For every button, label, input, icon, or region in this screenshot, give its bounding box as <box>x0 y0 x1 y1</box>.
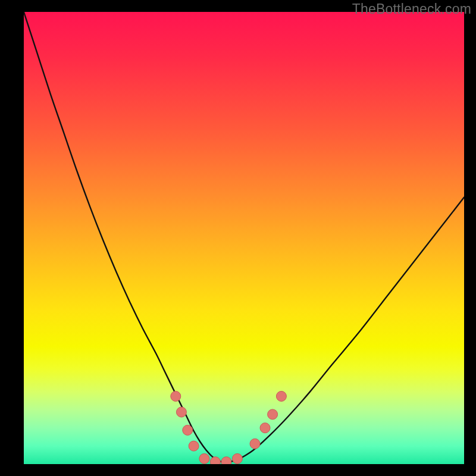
chart-plot-area <box>24 12 464 464</box>
data-marker <box>260 423 270 433</box>
data-marker <box>189 441 199 451</box>
data-marker <box>276 392 286 402</box>
data-marker <box>221 457 231 464</box>
data-marker <box>199 453 209 464</box>
watermark-text: TheBottleneck.com <box>352 1 471 17</box>
data-marker <box>210 457 220 464</box>
marker-group <box>171 392 287 465</box>
data-marker <box>171 392 181 402</box>
data-marker <box>268 409 278 419</box>
data-marker <box>183 425 193 436</box>
data-marker <box>250 439 260 449</box>
bottleneck-curve <box>24 12 464 462</box>
chart-svg <box>24 12 464 464</box>
chart-frame: TheBottleneck.com <box>0 0 476 476</box>
data-marker <box>176 407 186 417</box>
data-marker <box>232 453 242 464</box>
